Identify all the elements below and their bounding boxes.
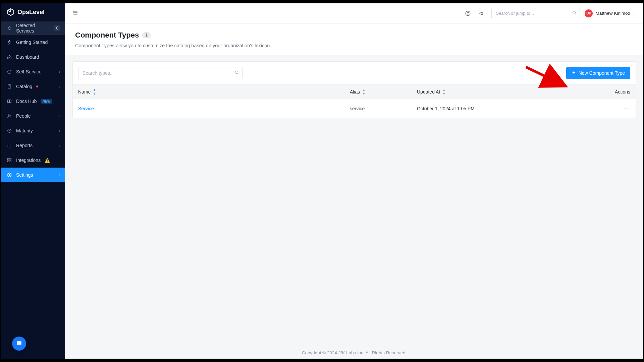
page-header: Component Types 1 Component Types allow … <box>65 23 643 55</box>
row-actions-button[interactable]: ⋯ <box>624 105 630 112</box>
svg-rect-0 <box>8 85 11 88</box>
sidebar-toggle-button[interactable] <box>72 10 78 17</box>
chevron-right-icon: › <box>59 158 60 162</box>
type-alias-cell: service <box>350 106 417 111</box>
sidebar-item-docs-hub[interactable]: Docs Hub NEW <box>1 94 65 109</box>
svg-point-10 <box>19 343 20 343</box>
sidebar-item-label: Dashboard <box>16 54 60 60</box>
sidebar-item-label: Catalog <box>16 84 32 89</box>
sidebar: OpsLevel Detected Services 0 Getting Sta… <box>1 3 65 359</box>
refresh-icon <box>7 69 12 74</box>
search-icon <box>234 70 239 76</box>
count-badge: 1 <box>142 32 151 38</box>
svg-point-13 <box>573 11 576 14</box>
chevron-right-icon: › <box>59 84 60 88</box>
sidebar-item-integrations[interactable]: Integrations ⚠️ › <box>1 153 65 168</box>
opslevel-logo-icon <box>7 8 15 16</box>
sidebar-item-settings[interactable]: Settings › <box>1 168 65 182</box>
svg-rect-6 <box>8 161 9 162</box>
chat-widget-button[interactable] <box>12 337 26 351</box>
notify-dot-icon <box>36 85 38 87</box>
svg-point-12 <box>468 14 468 15</box>
sidebar-nav: Detected Services 0 Getting Started Dash… <box>1 20 65 182</box>
user-menu[interactable]: DD Matthew Kinimod ⌄ <box>585 9 636 17</box>
topbar: DD Matthew Kinimod ⌄ <box>65 3 643 23</box>
svg-rect-4 <box>8 159 9 160</box>
sidebar-item-label: Docs Hub <box>16 99 37 104</box>
clock-icon <box>7 128 12 133</box>
new-component-type-button[interactable]: New Component Type <box>566 67 630 79</box>
sidebar-item-maturity[interactable]: Maturity › <box>1 123 65 138</box>
sidebar-item-getting-started[interactable]: Getting Started <box>1 35 65 50</box>
sidebar-item-label: Getting Started <box>16 40 60 45</box>
svg-point-1 <box>8 115 10 116</box>
sidebar-item-reports[interactable]: Reports › <box>1 138 65 153</box>
sidebar-item-label: Maturity <box>16 128 55 133</box>
help-button[interactable] <box>463 9 473 18</box>
sort-icon: ▲▼ <box>442 88 446 96</box>
col-header-alias[interactable]: Alias ▲▼ <box>350 88 417 96</box>
global-search-input[interactable] <box>491 8 580 19</box>
page-description: Component Types allow you to customize t… <box>75 43 633 48</box>
table-header-row: Name ▲▼ Alias ▲▼ Updated At ▲▼ Actions <box>73 84 636 99</box>
types-table: Name ▲▼ Alias ▲▼ Updated At ▲▼ Actions <box>73 84 636 118</box>
chart-icon <box>7 143 12 148</box>
page-title: Component Types <box>75 31 139 40</box>
new-tag: NEW <box>41 99 52 104</box>
types-card: New Component Type Name ▲▼ Alias ▲▼ <box>72 61 636 118</box>
sidebar-item-label: Settings <box>16 172 55 178</box>
sparkle-icon <box>7 25 12 31</box>
button-label: New Component Type <box>579 70 625 76</box>
sidebar-item-people[interactable]: People › <box>1 109 65 123</box>
sidebar-item-label: Self-Service <box>16 69 55 74</box>
search-icon <box>572 10 577 16</box>
chevron-right-icon: › <box>59 129 60 133</box>
type-updated-cell: October 1, 2024 at 1:05 PM <box>417 106 603 111</box>
table-row: Service service October 1, 2024 at 1:05 … <box>73 99 636 118</box>
brand-logo[interactable]: OpsLevel <box>1 3 65 20</box>
svg-rect-7 <box>10 161 11 162</box>
user-name: Matthew Kinimod <box>595 11 630 16</box>
col-header-updated[interactable]: Updated At ▲▼ <box>417 88 603 96</box>
chevron-right-icon: › <box>59 143 60 147</box>
card-toolbar: New Component Type <box>73 62 636 84</box>
svg-point-8 <box>9 174 10 176</box>
people-icon <box>7 113 12 119</box>
gear-icon <box>7 172 12 178</box>
global-search <box>491 8 580 19</box>
warning-icon: ⚠️ <box>45 158 50 163</box>
svg-point-9 <box>18 343 19 343</box>
col-header-name[interactable]: Name ▲▼ <box>78 88 350 96</box>
sidebar-item-label: People <box>16 113 55 119</box>
grid-icon <box>7 158 12 163</box>
svg-rect-5 <box>10 159 11 160</box>
col-header-actions: Actions <box>603 89 630 95</box>
sort-icon: ▲▼ <box>362 88 366 96</box>
footer: Copyright © 2024 J/K Labs Inc. All Right… <box>65 344 643 359</box>
file-icon <box>7 84 12 89</box>
chevron-right-icon: › <box>59 70 60 74</box>
sidebar-item-label: Integrations <box>16 158 41 163</box>
detected-count-badge: 0 <box>54 25 60 31</box>
sort-icon: ▲▼ <box>93 88 96 96</box>
sidebar-item-label: Detected Services <box>16 23 46 34</box>
chevron-right-icon: › <box>59 114 60 118</box>
book-icon <box>7 99 12 104</box>
sidebar-item-label: Reports <box>16 143 55 148</box>
announcement-button[interactable] <box>477 9 487 18</box>
sidebar-detected-services[interactable]: Detected Services 0 <box>1 21 65 35</box>
type-name-link[interactable]: Service <box>78 106 94 111</box>
sidebar-item-catalog[interactable]: Catalog › <box>1 79 65 94</box>
plus-icon <box>572 70 576 76</box>
sidebar-item-self-service[interactable]: Self-Service › <box>1 64 65 79</box>
lightning-icon <box>7 40 12 45</box>
chevron-down-icon: ⌄ <box>633 11 636 15</box>
avatar: DD <box>585 9 593 17</box>
sidebar-item-dashboard[interactable]: Dashboard <box>1 50 65 64</box>
home-icon <box>7 54 12 60</box>
svg-point-14 <box>235 71 238 73</box>
svg-point-2 <box>10 115 11 116</box>
chevron-right-icon: › <box>59 173 60 177</box>
brand-name: OpsLevel <box>17 9 45 16</box>
type-search-input[interactable] <box>78 67 243 79</box>
